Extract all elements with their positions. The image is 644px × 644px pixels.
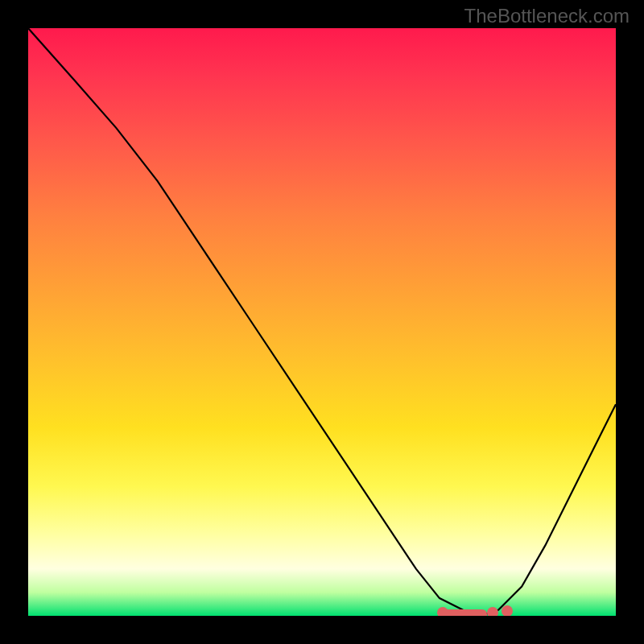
data-marker <box>502 605 513 616</box>
marker-layer <box>28 28 616 616</box>
data-marker <box>487 607 498 616</box>
watermark-text: TheBottleneck.com <box>464 5 630 27</box>
plot-area <box>28 28 616 616</box>
data-marker <box>439 609 487 616</box>
